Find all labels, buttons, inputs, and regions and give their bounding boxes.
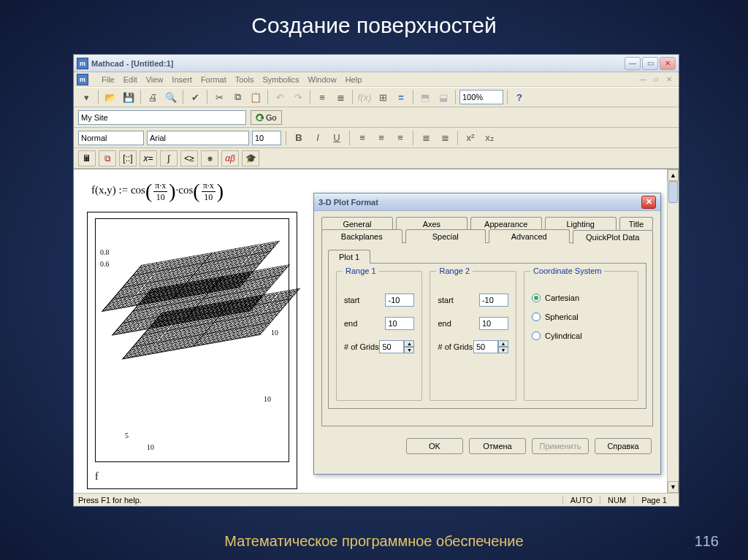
equal-icon[interactable]: = xyxy=(393,89,409,105)
evaluation-icon[interactable]: x= xyxy=(140,150,157,166)
radio-cylindrical[interactable]: Cylindrical xyxy=(532,331,630,340)
help-button[interactable]: Справка xyxy=(595,438,652,454)
group-range1-title: Range 1 xyxy=(343,266,379,275)
plot-3d-area[interactable]: 0.8 0.6 10 5 10 10 xyxy=(95,218,289,462)
zoom-combo[interactable] xyxy=(459,90,503,104)
tab-quickplot-data[interactable]: QuickPlot Data xyxy=(573,230,654,244)
window-controls: — ▭ ✕ xyxy=(625,57,676,70)
tab-axes[interactable]: Axes xyxy=(396,217,468,230)
save-icon[interactable]: 💾 xyxy=(121,89,137,105)
menu-file[interactable]: File xyxy=(102,75,115,84)
menu-tools[interactable]: Tools xyxy=(235,75,254,84)
cut-icon[interactable]: ✂ xyxy=(211,89,227,105)
status-page: Page 1 xyxy=(633,496,674,505)
range2-end-input[interactable] xyxy=(479,317,508,330)
range1-end-input[interactable] xyxy=(385,317,414,330)
mdi-minimize-icon[interactable]: — xyxy=(638,75,648,83)
radio-spherical[interactable]: Spherical xyxy=(532,312,630,321)
menu-window[interactable]: Window xyxy=(308,75,337,84)
scroll-thumb[interactable] xyxy=(668,181,678,203)
subscript-icon[interactable]: x₂ xyxy=(481,130,497,146)
new-icon[interactable]: ▾ xyxy=(78,89,94,105)
menu-view[interactable]: View xyxy=(146,75,164,84)
tab-lighting[interactable]: Lighting xyxy=(545,217,617,230)
dialog-close-button[interactable]: ✕ xyxy=(641,196,656,209)
tab-general[interactable]: General xyxy=(321,217,393,230)
greek-icon[interactable]: αβ xyxy=(221,150,239,166)
vertical-scrollbar[interactable]: ▲ ▼ xyxy=(667,169,679,493)
numbers-icon[interactable]: ≣ xyxy=(437,130,453,146)
print-icon[interactable]: 🖨 xyxy=(145,89,161,105)
align-center-icon[interactable]: ≡ xyxy=(373,130,389,146)
spin-down-icon[interactable]: ▼ xyxy=(404,347,414,353)
menu-insert[interactable]: Insert xyxy=(172,75,192,84)
component-icon[interactable]: ⬒ xyxy=(417,89,433,105)
tab-title[interactable]: Title xyxy=(619,217,653,230)
fx-icon[interactable]: f(x) xyxy=(356,89,373,105)
tab-special[interactable]: Special xyxy=(405,229,486,243)
boolean-icon[interactable]: <≥ xyxy=(180,150,198,166)
component2-icon[interactable]: ⬓ xyxy=(435,89,451,105)
italic-icon[interactable]: I xyxy=(310,130,326,146)
underline-icon[interactable]: U xyxy=(329,130,345,146)
matrix-icon[interactable]: [::] xyxy=(119,150,137,166)
bold-icon[interactable]: B xyxy=(291,130,307,146)
menu-symbolics[interactable]: Symbolics xyxy=(262,75,299,84)
paste-icon[interactable]: 📋 xyxy=(248,89,264,105)
cancel-button[interactable]: Отмена xyxy=(469,438,526,454)
apply-button[interactable]: Применить xyxy=(532,438,589,454)
plot-region[interactable]: 0.8 0.6 10 5 10 10 f xyxy=(87,212,297,489)
dialog-titlebar: 3-D Plot Format ✕ xyxy=(314,193,660,211)
format-toolbar: B I U ≡ ≡ ≡ ≣ ≣ x² x₂ xyxy=(74,128,679,148)
align2-icon[interactable]: ≣ xyxy=(332,89,348,105)
spellcheck-icon[interactable]: ✔ xyxy=(187,89,203,105)
menu-format[interactable]: Format xyxy=(201,75,226,84)
worksheet-area[interactable]: f(x,y) := cos(π·x10)·cos(π·x10) 0.8 0.6 … xyxy=(74,169,679,493)
unit-icon[interactable]: ⊞ xyxy=(375,89,391,105)
tab-backplanes[interactable]: Backplanes xyxy=(321,229,402,243)
symbolic-icon[interactable]: 🎓 xyxy=(242,150,259,166)
align-left-icon[interactable]: ≡ xyxy=(354,130,370,146)
font-combo[interactable] xyxy=(147,131,249,145)
range2-grids-input[interactable] xyxy=(473,340,498,353)
mdi-restore-icon[interactable]: ▱ xyxy=(651,75,661,83)
scroll-up-icon[interactable]: ▲ xyxy=(668,169,679,181)
preview-icon[interactable]: 🔍 xyxy=(163,89,179,105)
spin-down-icon[interactable]: ▼ xyxy=(498,347,508,353)
range1-start-input[interactable] xyxy=(385,294,414,307)
mdi-close-icon[interactable]: ✕ xyxy=(664,75,674,83)
go-button[interactable]: Go xyxy=(251,110,282,125)
superscript-icon[interactable]: x² xyxy=(462,130,478,146)
calculus-icon[interactable]: ∫ xyxy=(160,150,178,166)
open-icon[interactable]: 📂 xyxy=(102,89,118,105)
undo-icon[interactable]: ↶ xyxy=(272,89,288,105)
site-combo[interactable] xyxy=(78,110,246,125)
style-combo[interactable] xyxy=(78,131,144,145)
menu-help[interactable]: Help xyxy=(346,75,362,84)
bullets-icon[interactable]: ≣ xyxy=(418,130,434,146)
tab-advanced[interactable]: Advanced xyxy=(489,229,570,243)
align-right-icon[interactable]: ≡ xyxy=(392,130,408,146)
subtab-plot1[interactable]: Plot 1 xyxy=(328,250,370,264)
minimize-button[interactable]: — xyxy=(625,57,641,70)
maximize-button[interactable]: ▭ xyxy=(642,57,658,70)
spin-up-icon[interactable]: ▲ xyxy=(404,340,414,347)
formula-region[interactable]: f(x,y) := cos(π·x10)·cos(π·x10) xyxy=(91,180,224,203)
menu-edit[interactable]: Edit xyxy=(123,75,137,84)
close-button[interactable]: ✕ xyxy=(660,57,676,70)
ok-button[interactable]: OK xyxy=(406,438,463,454)
align-icon[interactable]: ≡ xyxy=(314,89,330,105)
graph-icon[interactable]: ⧉ xyxy=(99,150,116,166)
scroll-down-icon[interactable]: ▼ xyxy=(668,481,679,493)
calculator-icon[interactable]: 🖩 xyxy=(78,150,96,166)
range2-start-input[interactable] xyxy=(479,294,508,307)
copy-icon[interactable]: ⧉ xyxy=(229,89,245,105)
help-icon[interactable]: ? xyxy=(511,89,527,105)
range1-grids-input[interactable] xyxy=(379,340,404,353)
radio-cartesian[interactable]: Cartesian xyxy=(532,294,630,302)
redo-icon[interactable]: ↷ xyxy=(290,89,306,105)
spin-up-icon[interactable]: ▲ xyxy=(498,340,508,347)
fontsize-combo[interactable] xyxy=(252,131,281,145)
programming-icon[interactable]: ⎈ xyxy=(201,150,218,166)
tab-appearance[interactable]: Appearance xyxy=(470,217,542,230)
